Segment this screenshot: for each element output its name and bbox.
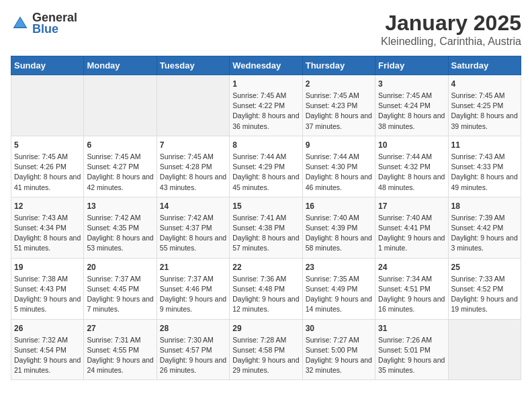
- cell-content: Sunrise: 7:45 AM Sunset: 4:22 PM Dayligh…: [232, 91, 299, 132]
- cell-content: Sunrise: 7:42 AM Sunset: 4:35 PM Dayligh…: [87, 213, 153, 254]
- day-number: 25: [451, 263, 518, 272]
- calendar-cell: 27Sunrise: 7:31 AM Sunset: 4:55 PM Dayli…: [84, 319, 157, 380]
- calendar-cell: 5Sunrise: 7:45 AM Sunset: 4:26 PM Daylig…: [11, 136, 84, 197]
- cell-content: Sunrise: 7:45 AM Sunset: 4:26 PM Dayligh…: [14, 152, 81, 193]
- cell-content: Sunrise: 7:43 AM Sunset: 4:34 PM Dayligh…: [14, 213, 81, 254]
- calendar-cell: 1Sunrise: 7:45 AM Sunset: 4:22 PM Daylig…: [230, 75, 302, 136]
- calendar-cell: 10Sunrise: 7:44 AM Sunset: 4:32 PM Dayli…: [375, 136, 448, 197]
- calendar-cell: 12Sunrise: 7:43 AM Sunset: 4:34 PM Dayli…: [11, 197, 84, 258]
- day-number: 24: [378, 263, 445, 272]
- calendar-cell: 2Sunrise: 7:45 AM Sunset: 4:23 PM Daylig…: [302, 75, 375, 136]
- logo: General Blue: [11, 11, 77, 36]
- cell-content: Sunrise: 7:34 AM Sunset: 4:51 PM Dayligh…: [378, 274, 445, 315]
- day-number: 8: [232, 140, 299, 150]
- day-number: 29: [232, 324, 299, 333]
- header-wednesday: Wednesday: [230, 56, 302, 75]
- header-sunday: Sunday: [11, 56, 84, 75]
- cell-content: Sunrise: 7:41 AM Sunset: 4:38 PM Dayligh…: [232, 213, 299, 254]
- day-number: 11: [451, 140, 518, 150]
- cell-content: Sunrise: 7:42 AM Sunset: 4:37 PM Dayligh…: [160, 213, 226, 254]
- calendar-cell: 31Sunrise: 7:26 AM Sunset: 5:01 PM Dayli…: [375, 319, 448, 380]
- cell-content: Sunrise: 7:45 AM Sunset: 4:25 PM Dayligh…: [451, 91, 518, 132]
- cell-content: Sunrise: 7:26 AM Sunset: 5:01 PM Dayligh…: [378, 335, 445, 376]
- day-number: 30: [306, 324, 372, 333]
- calendar-cell: 6Sunrise: 7:45 AM Sunset: 4:27 PM Daylig…: [84, 136, 157, 197]
- cell-content: Sunrise: 7:44 AM Sunset: 4:30 PM Dayligh…: [306, 152, 372, 193]
- header-row: Sunday Monday Tuesday Wednesday Thursday…: [11, 56, 521, 75]
- calendar-cell: [157, 75, 229, 136]
- cell-content: Sunrise: 7:31 AM Sunset: 4:55 PM Dayligh…: [87, 335, 153, 376]
- day-number: 18: [451, 201, 518, 211]
- day-number: 20: [87, 263, 153, 272]
- calendar-cell: 24Sunrise: 7:34 AM Sunset: 4:51 PM Dayli…: [375, 258, 448, 319]
- day-number: 15: [232, 201, 299, 211]
- week-row-4: 26Sunrise: 7:32 AM Sunset: 4:54 PM Dayli…: [11, 319, 521, 380]
- page-header: General Blue January 2025 Kleinedling, C…: [11, 11, 521, 48]
- calendar-cell: 26Sunrise: 7:32 AM Sunset: 4:54 PM Dayli…: [11, 319, 84, 380]
- day-number: 16: [306, 201, 372, 211]
- calendar-cell: 15Sunrise: 7:41 AM Sunset: 4:38 PM Dayli…: [230, 197, 302, 258]
- calendar-cell: [448, 319, 521, 380]
- main-title: January 2025: [381, 11, 521, 36]
- calendar-cell: 14Sunrise: 7:42 AM Sunset: 4:37 PM Dayli…: [157, 197, 229, 258]
- cell-content: Sunrise: 7:40 AM Sunset: 4:39 PM Dayligh…: [306, 213, 372, 254]
- calendar-cell: 19Sunrise: 7:38 AM Sunset: 4:43 PM Dayli…: [11, 258, 84, 319]
- calendar-cell: 20Sunrise: 7:37 AM Sunset: 4:45 PM Dayli…: [84, 258, 157, 319]
- logo-text: General Blue: [32, 11, 77, 36]
- cell-content: Sunrise: 7:45 AM Sunset: 4:27 PM Dayligh…: [87, 152, 153, 193]
- week-row-3: 19Sunrise: 7:38 AM Sunset: 4:43 PM Dayli…: [11, 258, 521, 319]
- day-number: 10: [378, 140, 445, 150]
- calendar-header: Sunday Monday Tuesday Wednesday Thursday…: [11, 56, 521, 75]
- calendar-cell: 4Sunrise: 7:45 AM Sunset: 4:25 PM Daylig…: [448, 75, 521, 136]
- cell-content: Sunrise: 7:27 AM Sunset: 5:00 PM Dayligh…: [306, 335, 372, 376]
- calendar-cell: [11, 75, 84, 136]
- header-tuesday: Tuesday: [157, 56, 229, 75]
- calendar-cell: 22Sunrise: 7:36 AM Sunset: 4:48 PM Dayli…: [230, 258, 302, 319]
- day-number: 14: [160, 201, 226, 211]
- week-row-0: 1Sunrise: 7:45 AM Sunset: 4:22 PM Daylig…: [11, 75, 521, 136]
- day-number: 2: [306, 79, 372, 89]
- day-number: 4: [451, 79, 518, 89]
- cell-content: Sunrise: 7:32 AM Sunset: 4:54 PM Dayligh…: [14, 335, 81, 376]
- day-number: 21: [160, 263, 226, 272]
- day-number: 13: [87, 201, 153, 211]
- calendar-cell: 29Sunrise: 7:28 AM Sunset: 4:58 PM Dayli…: [230, 319, 302, 380]
- cell-content: Sunrise: 7:35 AM Sunset: 4:49 PM Dayligh…: [306, 274, 372, 315]
- calendar-cell: 25Sunrise: 7:33 AM Sunset: 4:52 PM Dayli…: [448, 258, 521, 319]
- calendar-cell: 17Sunrise: 7:40 AM Sunset: 4:41 PM Dayli…: [375, 197, 448, 258]
- calendar-cell: 21Sunrise: 7:37 AM Sunset: 4:46 PM Dayli…: [157, 258, 229, 319]
- calendar-cell: 3Sunrise: 7:45 AM Sunset: 4:24 PM Daylig…: [375, 75, 448, 136]
- cell-content: Sunrise: 7:33 AM Sunset: 4:52 PM Dayligh…: [451, 274, 518, 315]
- calendar-cell: 8Sunrise: 7:44 AM Sunset: 4:29 PM Daylig…: [230, 136, 302, 197]
- day-number: 19: [14, 263, 81, 272]
- cell-content: Sunrise: 7:39 AM Sunset: 4:42 PM Dayligh…: [451, 213, 518, 254]
- calendar-cell: 11Sunrise: 7:43 AM Sunset: 4:33 PM Dayli…: [448, 136, 521, 197]
- calendar-cell: 7Sunrise: 7:45 AM Sunset: 4:28 PM Daylig…: [157, 136, 229, 197]
- cell-content: Sunrise: 7:45 AM Sunset: 4:28 PM Dayligh…: [160, 152, 226, 193]
- cell-content: Sunrise: 7:37 AM Sunset: 4:46 PM Dayligh…: [160, 274, 226, 315]
- day-number: 23: [306, 263, 372, 272]
- calendar-cell: 16Sunrise: 7:40 AM Sunset: 4:39 PM Dayli…: [302, 197, 375, 258]
- day-number: 22: [232, 263, 299, 272]
- cell-content: Sunrise: 7:40 AM Sunset: 4:41 PM Dayligh…: [378, 213, 445, 254]
- calendar-cell: 18Sunrise: 7:39 AM Sunset: 4:42 PM Dayli…: [448, 197, 521, 258]
- cell-content: Sunrise: 7:43 AM Sunset: 4:33 PM Dayligh…: [451, 152, 518, 193]
- day-number: 27: [87, 324, 153, 333]
- week-row-2: 12Sunrise: 7:43 AM Sunset: 4:34 PM Dayli…: [11, 197, 521, 258]
- week-row-1: 5Sunrise: 7:45 AM Sunset: 4:26 PM Daylig…: [11, 136, 521, 197]
- day-number: 1: [232, 79, 299, 89]
- header-thursday: Thursday: [302, 56, 375, 75]
- sub-title: Kleinedling, Carinthia, Austria: [381, 36, 521, 48]
- header-saturday: Saturday: [448, 56, 521, 75]
- header-friday: Friday: [375, 56, 448, 75]
- day-number: 31: [378, 324, 445, 333]
- day-number: 9: [306, 140, 372, 150]
- day-number: 12: [14, 201, 81, 211]
- day-number: 6: [87, 140, 153, 150]
- calendar-cell: 9Sunrise: 7:44 AM Sunset: 4:30 PM Daylig…: [302, 136, 375, 197]
- cell-content: Sunrise: 7:45 AM Sunset: 4:23 PM Dayligh…: [306, 91, 372, 132]
- calendar-cell: 13Sunrise: 7:42 AM Sunset: 4:35 PM Dayli…: [84, 197, 157, 258]
- calendar-cell: [84, 75, 157, 136]
- calendar-cell: 23Sunrise: 7:35 AM Sunset: 4:49 PM Dayli…: [302, 258, 375, 319]
- cell-content: Sunrise: 7:28 AM Sunset: 4:58 PM Dayligh…: [232, 335, 299, 376]
